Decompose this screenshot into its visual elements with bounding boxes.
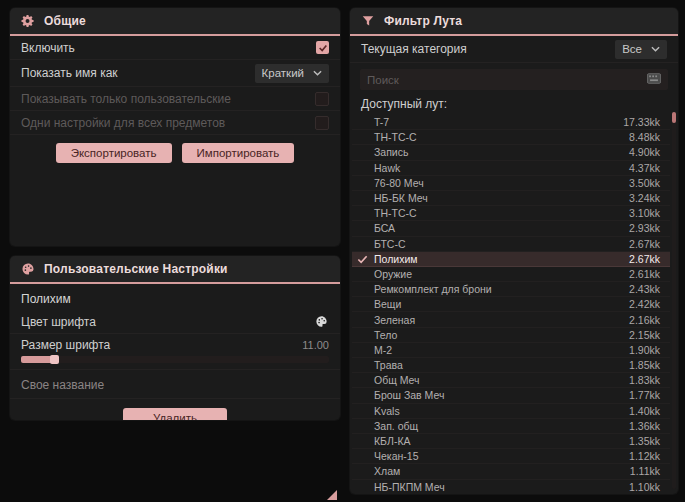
loot-item-row[interactable]: М-21.90kk xyxy=(352,343,670,358)
loot-item-value: 1.11kk xyxy=(630,465,660,477)
category-label: Текущая категория xyxy=(361,42,467,56)
font-size-value: 11.00 xyxy=(302,339,329,351)
loot-item-value: 2.67kk xyxy=(629,238,660,250)
loot-item-row[interactable]: Хлам1.11kk xyxy=(352,464,670,479)
name-mode-dropdown[interactable]: Краткий xyxy=(255,64,329,83)
same-settings-checkbox[interactable] xyxy=(315,116,329,130)
only-custom-checkbox[interactable] xyxy=(315,92,329,106)
only-custom-row: Показывать только пользовательские xyxy=(10,87,340,111)
check-icon xyxy=(357,254,368,265)
loot-item-row[interactable]: НБ-ПКПМ Меч1.10kk xyxy=(352,480,670,495)
loot-item-row[interactable]: Вещи2.42kk xyxy=(352,297,670,312)
general-panel-header[interactable]: Общие xyxy=(10,8,340,36)
loot-item-row[interactable]: Ремкомплект для брони2.43kk xyxy=(352,282,670,297)
custom-settings-title: Пользовательские Настройки xyxy=(44,262,228,276)
only-custom-label: Показывать только пользовательские xyxy=(21,92,231,106)
category-dropdown[interactable]: Все xyxy=(615,40,667,59)
export-button[interactable]: Экспортировать xyxy=(56,143,172,163)
gear-icon xyxy=(21,14,35,28)
import-button[interactable]: Импортировать xyxy=(182,143,295,163)
loot-item-value: 1.10kk xyxy=(629,481,660,493)
custom-settings-panel: Пользовательские Настройки Полихим Цвет … xyxy=(10,256,340,420)
loot-item-value: 1.83kk xyxy=(629,374,660,386)
loot-item-name: БСА xyxy=(374,222,395,234)
loot-item-value: 1.85kk xyxy=(629,359,660,371)
loot-item-name: НБ-БК Меч xyxy=(374,192,428,204)
loot-item-value: 1.40kk xyxy=(629,405,660,417)
font-color-row: Цвет шрифта xyxy=(10,310,340,334)
name-mode-value: Краткий xyxy=(262,67,304,79)
loot-item-value: 8.48kk xyxy=(629,131,660,143)
font-size-row: Размер шрифта 11.00 xyxy=(10,334,340,370)
loot-item-value: 1.12kk xyxy=(629,450,660,462)
loot-item-row[interactable]: Чекан-151.12kk xyxy=(352,449,670,464)
loot-item-name: Хлам xyxy=(374,465,400,477)
loot-item-row[interactable]: ТН-ТС-С8.48kk xyxy=(352,130,670,145)
loot-item-row[interactable]: Оружие2.61kk xyxy=(352,267,670,282)
loot-item-row[interactable]: 76-80 Меч3.50kk xyxy=(352,176,670,191)
loot-item-value: 3.10kk xyxy=(629,207,660,219)
loot-item-value: 1.36kk xyxy=(629,420,660,432)
font-color-label: Цвет шрифта xyxy=(21,315,96,329)
loot-item-name: Общ Меч xyxy=(374,374,420,386)
resize-grip[interactable] xyxy=(327,490,337,500)
loot-item-row[interactable]: БТС-С2.67kk xyxy=(352,237,670,252)
loot-item-row[interactable]: БСА2.93kk xyxy=(352,221,670,236)
loot-item-name: Вещи xyxy=(374,298,401,310)
loot-item-name: Трава xyxy=(374,359,403,371)
loot-item-row[interactable]: Зап. общ1.36kk xyxy=(352,419,670,434)
loot-item-row[interactable]: T-717.33kk xyxy=(352,115,670,130)
keyboard-icon[interactable] xyxy=(647,73,661,87)
loot-item-row[interactable]: ТН-ТС-С3.10kk xyxy=(352,206,670,221)
search-input[interactable] xyxy=(367,74,641,86)
loot-item-name: БТС-С xyxy=(374,238,406,250)
loot-item-value: 1.35kk xyxy=(629,435,660,447)
loot-filter-title: Фильтр Лута xyxy=(384,14,462,28)
loot-item-value: 17.33kk xyxy=(623,116,660,128)
funnel-icon xyxy=(361,14,375,28)
loot-item-row[interactable]: Трава1.85kk xyxy=(352,358,670,373)
loot-item-row[interactable]: Kvals1.40kk xyxy=(352,404,670,419)
loot-item-name: Запись xyxy=(374,146,408,158)
available-loot-label: Доступный лут: xyxy=(350,90,678,114)
loot-item-name: T-7 xyxy=(374,116,389,128)
loot-item-row[interactable]: Hawk4.37kk xyxy=(352,161,670,176)
loot-item-row[interactable]: Полихим2.67kk xyxy=(352,252,670,267)
loot-item-row[interactable]: НБ-БК Меч3.24kk xyxy=(352,191,670,206)
loot-item-name: КБЛ-КА xyxy=(374,435,411,447)
enable-row: Включить xyxy=(10,36,340,60)
loot-item-row[interactable]: Тело2.15kk xyxy=(352,328,670,343)
loot-item-row[interactable]: КБЛ-КА1.35kk xyxy=(352,434,670,449)
search-box[interactable] xyxy=(360,69,668,90)
color-palette-icon[interactable] xyxy=(315,315,329,329)
loot-item-name: ТН-ТС-С xyxy=(374,207,417,219)
loot-filter-header[interactable]: Фильтр Лута xyxy=(350,8,678,36)
loot-item-row[interactable]: Зеленая2.16kk xyxy=(352,312,670,327)
loot-item-value: 2.61kk xyxy=(629,268,660,280)
same-settings-label: Одни настройки для всех предметов xyxy=(21,116,225,130)
loot-item-name: Зап. общ xyxy=(374,420,418,432)
custom-settings-header[interactable]: Пользовательские Настройки xyxy=(10,256,340,284)
category-value: Все xyxy=(622,43,642,55)
loot-item-value: 3.24kk xyxy=(629,192,660,204)
loot-item-row[interactable]: Брош Зав Меч1.77kk xyxy=(352,388,670,403)
loot-item-value: 2.15kk xyxy=(629,329,660,341)
delete-button[interactable]: Удалить xyxy=(123,408,227,420)
loot-item-name: Полихим xyxy=(374,253,417,265)
export-import-row: Экспортировать Импортировать xyxy=(10,143,340,163)
custom-name-input[interactable] xyxy=(21,378,329,392)
loot-item-value: 2.16kk xyxy=(629,314,660,326)
loot-item-name: Тело xyxy=(374,329,397,341)
loot-item-row[interactable]: Общ Меч1.83kk xyxy=(352,373,670,388)
slider-handle[interactable] xyxy=(50,355,59,364)
loot-item-value: 1.77kk xyxy=(629,389,660,401)
scrollbar-thumb[interactable] xyxy=(672,112,676,123)
loot-list-scrollbar[interactable] xyxy=(672,112,676,489)
font-size-slider[interactable] xyxy=(21,356,329,363)
custom-name-row xyxy=(10,370,340,399)
loot-item-name: Ремкомплект для брони xyxy=(374,283,492,295)
loot-item-name: Hawk xyxy=(374,162,400,174)
loot-item-name: Оружие xyxy=(374,268,412,280)
loot-item-row[interactable]: Запись4.90kk xyxy=(352,145,670,160)
enable-checkbox[interactable] xyxy=(316,41,329,54)
